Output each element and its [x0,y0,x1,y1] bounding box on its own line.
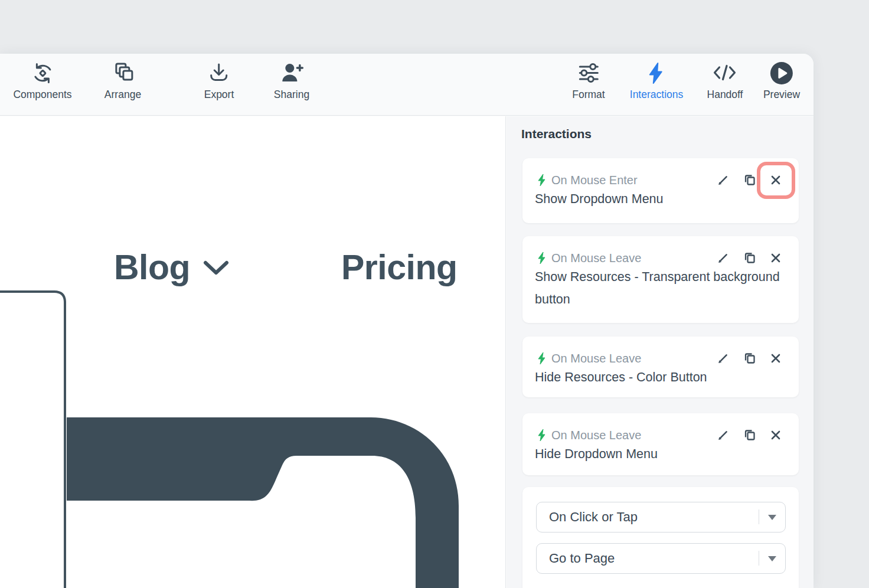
interactions-icon [643,60,669,86]
lightning-bolt-icon [537,174,546,187]
panel-title: Interactions [521,127,592,141]
interaction-card: On Mouse Leave Show Resources - Transpar… [522,236,799,323]
toolbar-item-preview[interactable]: Preview [763,60,800,101]
caret-down-icon [768,556,776,561]
interaction-action-label: Show Dropdown Menu [535,188,790,210]
caret-down-icon [768,515,776,520]
edit-interaction-button[interactable] [716,351,730,365]
select-divider [759,551,760,566]
toolbar-item-label: Preview [763,89,800,101]
sharing-icon [279,60,305,86]
export-icon [206,60,232,86]
interaction-action-label: Hide Resources - Color Button [535,366,790,388]
canvas-nav-pricing[interactable]: Pricing [341,250,458,285]
dark-corner-shape [67,417,459,588]
lightning-bolt-icon [537,429,546,442]
format-icon [576,60,602,86]
design-canvas[interactable]: Blog Pricing [0,116,506,588]
delete-interaction-button[interactable] [769,251,783,265]
canvas-nav-blog[interactable]: Blog [114,250,190,285]
toolbar-item-label: Format [572,89,605,101]
toolbar-item-label: Arrange [104,89,141,101]
interaction-event-label: On Mouse Leave [551,351,641,366]
interaction-action-label: Hide Dropdown Menu [535,443,790,465]
trigger-select-value: On Click or Tap [549,502,638,532]
delete-interaction-button[interactable] [769,173,783,187]
toolbar-item-label: Components [13,89,71,101]
interaction-event-label: On Mouse Enter [551,172,638,188]
edit-interaction-button[interactable] [716,428,730,442]
interaction-action-label: Show Resources - Transparent background … [535,266,790,311]
handoff-icon [712,60,738,86]
delete-interaction-button[interactable] [769,351,783,365]
interaction-card: On Mouse Leave Hide Resources - Color Bu… [522,337,799,397]
outlined-frame-shape [0,292,65,588]
toolbar: Components Arrange Export Sharing Format [0,54,814,116]
lightning-bolt-icon [537,352,546,365]
toolbar-item-arrange[interactable]: Arrange [104,60,141,101]
arrange-icon [110,60,136,86]
canvas-artwork [0,116,506,588]
toolbar-item-components[interactable]: Components [13,60,71,101]
preview-icon [769,60,795,86]
toolbar-item-label: Sharing [274,89,309,101]
new-interaction-card: On Click or Tap Go to Page [522,487,799,588]
toolbar-item-label: Export [204,89,234,101]
interaction-event-label: On Mouse Leave [551,250,641,266]
toolbar-item-label: Handoff [707,89,743,101]
edit-interaction-button[interactable] [716,173,730,187]
action-select-value: Go to Page [549,544,615,573]
toolbar-item-sharing[interactable]: Sharing [274,60,309,101]
action-select[interactable]: Go to Page [536,543,786,574]
interaction-card: On Mouse Enter Show Dropdown Menu [522,158,799,223]
toolbar-item-format[interactable]: Format [572,60,605,101]
chevron-down-icon [202,260,230,277]
trigger-select[interactable]: On Click or Tap [536,502,786,533]
lightning-bolt-icon [537,251,546,264]
duplicate-interaction-button[interactable] [743,428,757,442]
components-icon [30,60,55,86]
select-divider [759,509,760,524]
delete-interaction-button[interactable] [769,428,783,442]
interaction-card: On Mouse Leave Hide Dropdown Menu [522,413,799,475]
edit-interaction-button[interactable] [716,251,730,265]
interactions-panel: Interactions On Mouse Enter Show Dropdow… [507,116,814,588]
toolbar-item-label: Interactions [630,89,683,101]
app-window: Components Arrange Export Sharing Format [0,54,814,588]
duplicate-interaction-button[interactable] [743,251,757,265]
interaction-event-label: On Mouse Leave [551,427,641,443]
duplicate-interaction-button[interactable] [743,351,757,365]
toolbar-item-export[interactable]: Export [204,60,234,101]
toolbar-item-interactions[interactable]: Interactions [630,60,683,101]
toolbar-item-handoff[interactable]: Handoff [707,60,743,101]
duplicate-interaction-button[interactable] [743,173,757,187]
